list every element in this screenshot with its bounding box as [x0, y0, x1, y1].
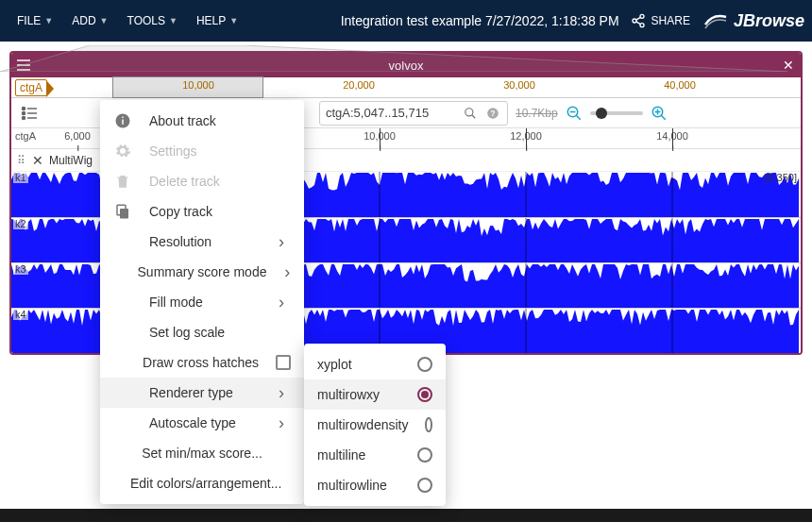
checkbox-icon: [276, 355, 291, 370]
svg-text:?: ?: [491, 109, 496, 117]
wiggle-row-label: k3: [13, 263, 28, 275]
menu-item-label: About track: [149, 113, 255, 128]
copy-icon: [113, 203, 132, 220]
renderer-option-multirowxy[interactable]: multirowxy: [304, 379, 446, 410]
chevron-right-icon: ›: [272, 383, 291, 403]
renderer-option-xyplot[interactable]: xyplot: [304, 349, 446, 379]
track-name: MultiWig: [49, 154, 93, 167]
chevron-right-icon: ›: [272, 232, 291, 252]
menu-item-label: Summary score mode: [138, 264, 267, 279]
menu-item-label: Settings: [149, 143, 255, 159]
renderer-option-label: multirowline: [317, 478, 400, 493]
menu-item-label: Fill mode: [149, 295, 255, 310]
menu-file[interactable]: FILE▼: [8, 8, 62, 33]
search-icon[interactable]: [462, 107, 479, 120]
chevron-right-icon: ›: [272, 293, 291, 312]
drag-handle-icon[interactable]: ⠿: [17, 154, 26, 167]
svg-point-0: [640, 14, 644, 18]
checkbox-trail: [276, 355, 291, 370]
view-menu-button[interactable]: [11, 59, 36, 71]
renderer-option-multirowdensity[interactable]: multirowdensity: [304, 410, 446, 440]
chrom-block: ctgA: [15, 79, 47, 96]
chevron-right-icon: ›: [283, 262, 291, 282]
wiggle-row-label: k1: [13, 172, 28, 183]
menu-item-label: Renderer type: [149, 385, 255, 400]
menu-item-summary-score-mode[interactable]: Summary score mode›: [100, 257, 304, 287]
menu-item-edit-colors-arrangement[interactable]: Edit colors/arrangement...: [100, 468, 304, 498]
track-selector-button[interactable]: [19, 103, 40, 124]
bp-span-label: 10.7Kbp: [516, 107, 558, 120]
app-topbar: FILE▼ ADD▼ TOOLS▼ HELP▼ Integration test…: [0, 0, 812, 42]
menu-item-copy-track[interactable]: Copy track: [100, 196, 304, 227]
svg-line-18: [576, 115, 581, 120]
track-context-menu: About trackSettingsDelete trackCopy trac…: [100, 100, 304, 504]
zoom-in-button[interactable]: [651, 105, 668, 122]
zoom-out-button[interactable]: [566, 105, 583, 122]
menu-item-resolution[interactable]: Resolution›: [100, 227, 304, 257]
menu-item-label: Copy track: [149, 204, 255, 219]
menu-item-label: Set min/max score...: [142, 446, 262, 461]
range-label: [0-350]: [765, 172, 797, 183]
svg-point-13: [465, 108, 473, 115]
menu-item-about-track[interactable]: About track: [100, 106, 304, 136]
menu-item-fill-mode[interactable]: Fill mode›: [100, 287, 304, 317]
menu-item-label: Autoscale type: [149, 415, 255, 430]
radio-icon: [417, 478, 432, 493]
svg-point-9: [23, 111, 25, 114]
location-input[interactable]: ctgA:5,047..15,715 ?: [319, 101, 508, 126]
menu-item-label: Draw cross hatches: [143, 355, 259, 370]
menu-item-renderer-type[interactable]: Renderer type›: [100, 378, 304, 408]
renderer-option-label: xyplot: [317, 357, 400, 372]
share-button[interactable]: SHARE: [631, 13, 690, 28]
menu-item-label: Delete track: [149, 174, 255, 189]
close-view-button[interactable]: ✕: [776, 58, 801, 73]
menu-item-delete-track: Delete track: [100, 166, 304, 196]
view-title: volvox: [36, 59, 776, 73]
menu-tools[interactable]: TOOLS▼: [118, 8, 187, 33]
renderer-option-label: multiline: [317, 447, 400, 463]
menu-item-draw-cross-hatches[interactable]: Draw cross hatches: [100, 347, 304, 378]
wiggle-row-label: k2: [13, 218, 28, 229]
svg-line-21: [661, 115, 666, 120]
svg-point-2: [640, 24, 644, 27]
view-header: volvox ✕: [11, 53, 801, 77]
svg-rect-41: [122, 120, 124, 125]
svg-rect-42: [122, 117, 124, 119]
menu-item-settings: Settings: [100, 136, 304, 166]
info-icon: [113, 112, 132, 129]
radio-icon: [417, 387, 432, 402]
menu-help[interactable]: HELP▼: [187, 8, 247, 33]
radio-icon: [417, 447, 432, 463]
logo-swoosh-icon: [703, 11, 728, 30]
footer-bar: [0, 509, 812, 522]
menu-item-set-log-scale[interactable]: Set log scale: [100, 317, 304, 347]
help-icon[interactable]: ?: [484, 107, 501, 120]
renderer-option-label: multirowdensity: [317, 417, 408, 432]
close-track-button[interactable]: ✕: [32, 153, 43, 168]
renderer-option-label: multirowxy: [317, 387, 400, 402]
menu-item-set-min-max-score[interactable]: Set min/max score...: [100, 438, 304, 468]
svg-point-11: [23, 116, 25, 119]
menu-add[interactable]: ADD▼: [62, 8, 117, 33]
session-title: Integration test example 7/27/2022, 1:18…: [341, 13, 619, 28]
overview-ruler[interactable]: ctgA 10,000 20,000 30,000 40,000: [11, 77, 801, 98]
scale-tick: 6,000: [64, 130, 91, 142]
zoom-controls: [566, 105, 668, 122]
gear-icon: [113, 143, 132, 160]
renderer-type-submenu: xyplotmultirowxymultirowdensitymultiline…: [304, 344, 446, 506]
trash-icon: [113, 173, 132, 190]
chevron-right-icon: ›: [272, 413, 291, 433]
menu-item-label: Set log scale: [149, 325, 255, 340]
svg-line-14: [472, 114, 476, 118]
renderer-option-multiline[interactable]: multiline: [304, 440, 446, 470]
share-icon: [631, 13, 646, 28]
menu-item-label: Edit colors/arrangement...: [130, 476, 281, 491]
zoom-slider[interactable]: [590, 111, 643, 115]
svg-point-7: [23, 107, 25, 109]
radio-icon: [417, 357, 432, 372]
jbrowse-logo: JBrowse: [703, 11, 804, 31]
menu-item-autoscale-type[interactable]: Autoscale type›: [100, 408, 304, 438]
radio-icon: [425, 417, 432, 432]
renderer-option-multirowline[interactable]: multirowline: [304, 470, 446, 500]
svg-rect-43: [120, 209, 128, 219]
